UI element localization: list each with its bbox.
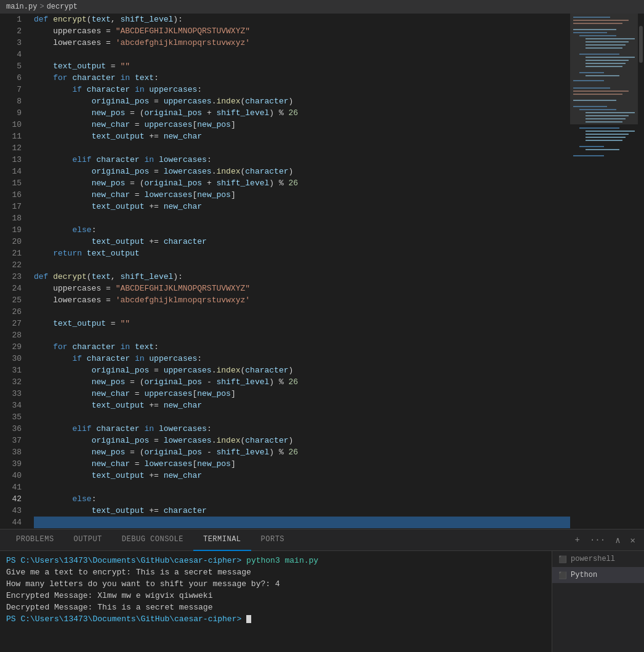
terminal-line-1: PS C:\Users\13473\Documents\GitHub\caesa… <box>6 555 545 566</box>
ln-34: 34 <box>0 400 22 411</box>
ln-43: 43 <box>0 505 22 517</box>
code-line-38: new_pos = (original_pos - shift_level) %… <box>34 446 570 458</box>
svg-rect-32 <box>586 140 622 141</box>
svg-rect-29 <box>586 131 635 132</box>
ln-22: 22 <box>0 259 22 271</box>
code-line-5: text_output = "" <box>34 60 570 72</box>
code-line-4 <box>34 49 570 60</box>
terminal-command-1: python3 main.py <box>246 556 318 565</box>
ln-27: 27 <box>0 318 22 329</box>
code-line-35 <box>34 411 570 423</box>
code-line-20: text_output += character <box>34 236 570 248</box>
main-area: 1 2 3 4 5 6 7 8 9 10 11 12 13 14 15 16 1… <box>0 14 644 529</box>
new-terminal-button[interactable]: + <box>573 534 582 546</box>
code-line-30: if character in uppercases: <box>34 353 570 364</box>
ln-28: 28 <box>0 329 22 341</box>
code-line-37: original_pos = lowercases.index(characte… <box>34 435 570 446</box>
tab-debug-console[interactable]: DEBUG CONSOLE <box>112 529 193 551</box>
code-line-36: elif character in lowercases: <box>34 423 570 435</box>
scrollbar-thumb[interactable] <box>639 26 643 63</box>
vertical-scrollbar[interactable] <box>638 14 644 529</box>
terminal-line-3: How many letters do you want to shift yo… <box>6 578 545 590</box>
ln-5: 5 <box>0 60 22 72</box>
terminal-prompt-1: PS C:\Users\13473\Documents\GitHub\caesa… <box>6 556 246 565</box>
ln-35: 35 <box>0 411 22 423</box>
code-line-34: text_output += new_char <box>34 400 570 411</box>
ln-30: 30 <box>0 353 22 364</box>
ln-32: 32 <box>0 376 22 388</box>
code-line-15: new_pos = (original_pos + shift_level) %… <box>34 177 570 189</box>
ln-31: 31 <box>0 364 22 376</box>
ln-41: 41 <box>0 481 22 493</box>
panel-tabs: PROBLEMS OUTPUT DEBUG CONSOLE TERMINAL P… <box>0 529 644 551</box>
code-line-42: else: <box>34 493 570 505</box>
tab-ports[interactable]: PORTS <box>251 529 295 551</box>
ln-19: 19 <box>0 224 22 236</box>
ln-24: 24 <box>0 283 22 294</box>
code-line-2: uppercases = "ABCDEFGHIJKLMNOPQRSTUVWXYZ… <box>34 25 570 37</box>
code-line-19: else: <box>34 224 570 236</box>
ln-44: 44 <box>0 517 22 528</box>
code-line-8: original_pos = uppercases.index(characte… <box>34 95 570 107</box>
tab-output[interactable]: OUTPUT <box>64 529 112 551</box>
breadcrumb-file1[interactable]: main.py <box>6 2 37 11</box>
terminal-output-4: Encrypted Message: Xlmw mw e wigvix qiww… <box>6 591 212 600</box>
code-container: 1 2 3 4 5 6 7 8 9 10 11 12 13 14 15 16 1… <box>0 14 644 529</box>
terminal-content[interactable]: PS C:\Users\13473\Documents\GitHub\caesa… <box>0 551 552 652</box>
powershell-icon: ⬛ <box>558 555 567 563</box>
ln-17: 17 <box>0 201 22 212</box>
ln-29: 29 <box>0 341 22 353</box>
minimap <box>570 14 638 529</box>
tab-terminal[interactable]: TERMINAL <box>193 529 251 551</box>
minimap-slider[interactable] <box>570 14 638 124</box>
code-line-1: def encrypt(text, shift_level): <box>34 14 570 25</box>
terminal-output-3: How many letters do you want to shift yo… <box>6 579 280 589</box>
code-line-21: return text_output <box>34 248 570 259</box>
svg-rect-31 <box>586 137 626 138</box>
code-content[interactable]: def encrypt(text, shift_level): uppercas… <box>28 14 570 529</box>
code-line-39: new_char = lowercases[new_pos] <box>34 458 570 470</box>
svg-rect-35 <box>573 155 604 156</box>
ln-12: 12 <box>0 142 22 154</box>
code-line-11: text_output += new_char <box>34 131 570 142</box>
terminal-session-powershell-label: powershell <box>571 555 615 563</box>
code-line-27: text_output = "" <box>34 318 570 329</box>
close-panel-button[interactable]: ✕ <box>628 534 638 547</box>
code-line-12 <box>34 142 570 154</box>
ln-1: 1 <box>0 14 22 25</box>
collapse-panel-button[interactable]: ∧ <box>613 534 622 547</box>
code-line-40: text_output += new_char <box>34 470 570 481</box>
terminal-output-2: Give me a text to encrypt: This is a sec… <box>6 568 251 577</box>
terminal-line-5: Decrypted Message: This is a secret mess… <box>6 602 545 613</box>
code-line-17: text_output += new_char <box>34 201 570 212</box>
ln-9: 9 <box>0 107 22 119</box>
terminal-line-6: PS C:\Users\13473\Documents\GitHub\caesa… <box>6 613 545 625</box>
ln-10: 10 <box>0 119 22 131</box>
code-line-26 <box>34 306 570 318</box>
code-line-22 <box>34 259 570 271</box>
code-line-18 <box>34 212 570 224</box>
terminal-line-2: Give me a text to encrypt: This is a sec… <box>6 566 545 578</box>
ln-6: 6 <box>0 72 22 84</box>
breadcrumb-sep: > <box>39 2 44 11</box>
breadcrumb-file2[interactable]: decrypt <box>47 2 78 11</box>
terminal-session-python[interactable]: ⬛ Python <box>552 567 644 583</box>
code-line-6: for character in text: <box>34 72 570 84</box>
svg-rect-30 <box>586 134 629 135</box>
svg-rect-28 <box>579 127 619 129</box>
ln-8: 8 <box>0 95 22 107</box>
ln-45: 45 <box>0 528 22 529</box>
panel-actions: + ··· ∧ ✕ <box>573 534 638 547</box>
terminal-session-powershell[interactable]: ⬛ powershell <box>552 551 644 567</box>
ln-33: 33 <box>0 388 22 400</box>
ln-26: 26 <box>0 306 22 318</box>
ln-25: 25 <box>0 294 22 306</box>
ln-14: 14 <box>0 166 22 177</box>
terminal-sidebar: ⬛ powershell ⬛ Python <box>552 551 644 652</box>
ln-3: 3 <box>0 37 22 49</box>
more-actions-button[interactable]: ··· <box>587 534 608 546</box>
ln-7: 7 <box>0 84 22 95</box>
ln-13: 13 <box>0 154 22 166</box>
tab-problems[interactable]: PROBLEMS <box>6 529 64 551</box>
code-line-14: original_pos = lowercases.index(characte… <box>34 166 570 177</box>
